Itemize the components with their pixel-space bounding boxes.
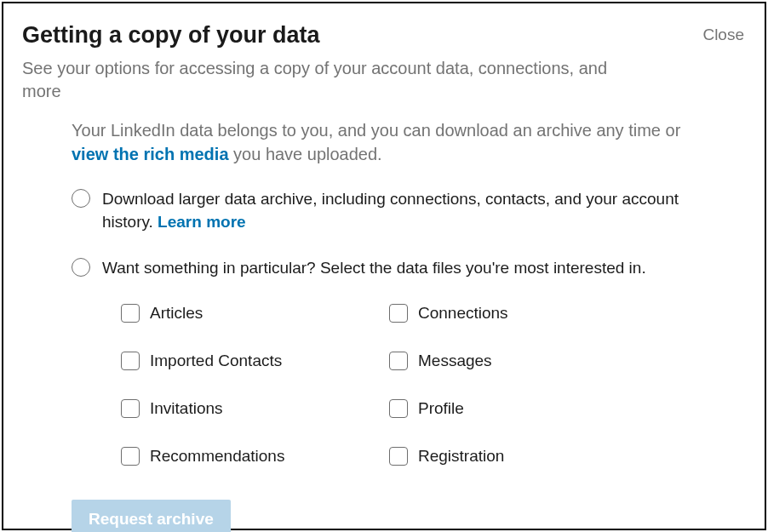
checkbox-icon[interactable] [121,352,140,370]
checkbox-label: Messages [418,352,492,370]
data-export-dialog: Close Getting a copy of your data See yo… [2,2,766,530]
page-subtitle: See your options for accessing a copy of… [22,57,635,103]
checkbox-icon[interactable] [389,304,408,323]
checkbox-recommendations[interactable]: Recommendations [121,447,381,466]
checkbox-icon[interactable] [389,399,408,418]
content-area: Your LinkedIn data belongs to you, and y… [22,118,686,532]
checkbox-connections[interactable]: Connections [389,304,649,323]
radio-option-specific[interactable]: Want something in particular? Select the… [72,257,686,280]
radio-label-specific: Want something in particular? Select the… [102,257,646,280]
checkbox-imported-contacts[interactable]: Imported Contacts [121,352,381,370]
intro-part2: you have uploaded. [229,145,382,163]
checkbox-profile[interactable]: Profile [389,399,649,418]
page-title: Getting a copy of your data [22,22,746,49]
checkbox-label: Articles [150,304,203,323]
checkbox-messages[interactable]: Messages [389,352,649,370]
checkbox-icon[interactable] [121,447,140,466]
radio-label-full: Download larger data archive, including … [102,188,686,233]
checkbox-articles[interactable]: Articles [121,304,381,323]
checkbox-invitations[interactable]: Invitations [121,399,381,418]
checkbox-label: Profile [418,399,464,418]
radio-option-full-archive[interactable]: Download larger data archive, including … [72,188,686,233]
checkbox-icon[interactable] [389,352,408,370]
view-rich-media-link[interactable]: view the rich media [72,145,229,163]
radio-icon[interactable] [72,189,90,208]
checkbox-label: Imported Contacts [150,352,282,370]
learn-more-link[interactable]: Learn more [158,213,245,231]
checkbox-icon[interactable] [121,304,140,323]
checkbox-label: Recommendations [150,447,284,466]
checkbox-label: Connections [418,304,508,323]
intro-part1: Your LinkedIn data belongs to you, and y… [72,121,680,140]
intro-text: Your LinkedIn data belongs to you, and y… [72,118,686,166]
checkbox-icon[interactable] [389,447,408,466]
checkbox-label: Invitations [150,399,223,418]
close-button[interactable]: Close [702,26,744,44]
radio-icon[interactable] [72,258,90,277]
checkbox-registration[interactable]: Registration [389,447,649,466]
checkbox-label: Registration [418,447,504,466]
checkbox-icon[interactable] [121,399,140,418]
checkbox-grid: Articles Connections Imported Contacts M… [121,304,649,466]
request-archive-button[interactable]: Request archive [72,500,231,532]
